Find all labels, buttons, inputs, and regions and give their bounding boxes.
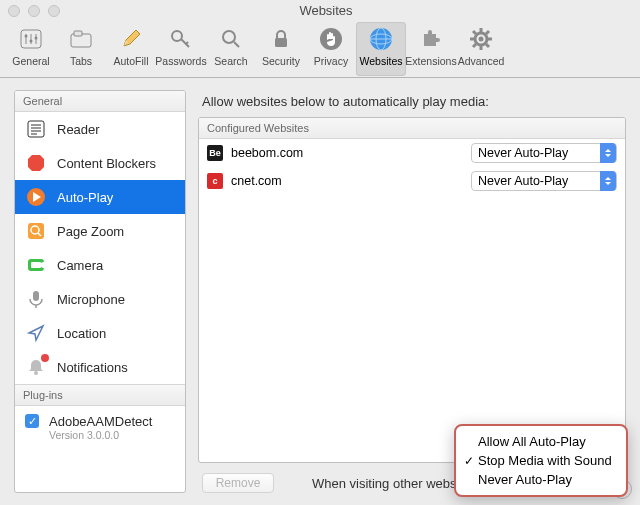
site-domain: beebom.com <box>231 146 471 160</box>
menu-item-stop-media-sound[interactable]: ✓ Stop Media with Sound <box>460 451 622 470</box>
svg-marker-37 <box>28 155 44 171</box>
svg-line-13 <box>186 42 188 44</box>
sidebar-item-auto-play[interactable]: Auto-Play <box>15 180 185 214</box>
sidebar-item-label: Camera <box>57 258 103 273</box>
sidebar-item-page-zoom[interactable]: Page Zoom <box>15 214 185 248</box>
other-websites-label: When visiting other websites <box>312 476 477 491</box>
menu-item-label: Stop Media with Sound <box>478 453 612 468</box>
checkmark-icon: ✓ <box>464 454 474 468</box>
toolbar-general[interactable]: General <box>6 22 56 76</box>
table-body: Be beebom.com Never Auto-Play c cnet.com… <box>199 139 625 462</box>
toolbar-label: Tabs <box>70 55 92 67</box>
stop-icon <box>25 152 47 174</box>
favicon-icon: c <box>207 173 223 189</box>
toolbar-label: General <box>12 55 49 67</box>
svg-point-4 <box>25 35 28 38</box>
sidebar-item-microphone[interactable]: Microphone <box>15 282 185 316</box>
svg-line-29 <box>486 44 489 47</box>
sidebar-item-label: Auto-Play <box>57 190 113 205</box>
remove-button[interactable]: Remove <box>202 473 274 493</box>
window-title: Websites <box>20 3 632 18</box>
svg-rect-44 <box>31 262 41 268</box>
svg-rect-8 <box>74 31 82 36</box>
close-window-icon[interactable] <box>8 5 20 17</box>
sidebar-header-general: General <box>15 91 185 112</box>
location-icon <box>25 322 47 344</box>
sidebar-item-label: Content Blockers <box>57 156 156 171</box>
policy-select[interactable]: Never Auto-Play <box>471 171 617 191</box>
sidebar-item-camera[interactable]: Camera <box>15 248 185 282</box>
search-icon <box>216 24 246 54</box>
autoplay-policy-menu: Allow All Auto-Play ✓ Stop Media with So… <box>454 424 628 497</box>
stepper-arrows-icon <box>600 171 616 191</box>
svg-rect-32 <box>28 121 44 137</box>
sidebar-item-label: Location <box>57 326 106 341</box>
sidebar-item-plugin[interactable]: ✓ AdobeAAMDetect Version 3.0.0.0 <box>15 406 185 447</box>
sidebar-item-content-blockers[interactable]: Content Blockers <box>15 146 185 180</box>
svg-line-15 <box>234 42 239 47</box>
svg-marker-48 <box>29 326 43 340</box>
policy-value: Never Auto-Play <box>478 174 568 188</box>
lock-icon <box>266 24 296 54</box>
toolbar-extensions[interactable]: Extensions <box>406 22 456 76</box>
toolbar-autofill[interactable]: AutoFill <box>106 22 156 76</box>
toolbar-security[interactable]: Security <box>256 22 306 76</box>
checkbox-checked-icon[interactable]: ✓ <box>25 414 39 428</box>
menu-item-never[interactable]: Never Auto-Play <box>460 470 622 489</box>
table-row[interactable]: Be beebom.com Never Auto-Play <box>199 139 625 167</box>
policy-select[interactable]: Never Auto-Play <box>471 143 617 163</box>
table-row[interactable]: c cnet.com Never Auto-Play <box>199 167 625 195</box>
titlebar: Websites <box>0 0 640 20</box>
svg-point-6 <box>35 37 38 40</box>
toolbar-label: Extensions <box>405 55 456 67</box>
toolbar-label: Privacy <box>314 55 348 67</box>
sidebar-item-label: Reader <box>57 122 100 137</box>
stepper-arrows-icon <box>600 143 616 163</box>
sidebar-item-reader[interactable]: Reader <box>15 112 185 146</box>
toolbar-search[interactable]: Search <box>206 22 256 76</box>
toolbar-advanced[interactable]: Advanced <box>456 22 506 76</box>
svg-rect-46 <box>33 291 39 301</box>
toolbar-label: Search <box>214 55 247 67</box>
globe-icon <box>366 24 396 54</box>
sidebar-header-plugins: Plug-ins <box>15 384 185 406</box>
plugin-text: AdobeAAMDetect Version 3.0.0.0 <box>49 414 152 441</box>
notification-badge-icon <box>41 354 49 362</box>
gear-icon <box>466 24 496 54</box>
key-icon <box>166 24 196 54</box>
toolbar-websites[interactable]: Websites <box>356 22 406 76</box>
switches-icon <box>16 24 46 54</box>
toolbar-label: Passwords <box>155 55 206 67</box>
sidebar-item-location[interactable]: Location <box>15 316 185 350</box>
toolbar-tabs[interactable]: Tabs <box>56 22 106 76</box>
reader-icon <box>25 118 47 140</box>
svg-point-14 <box>223 31 235 43</box>
configured-websites-table: Configured Websites Be beebom.com Never … <box>198 117 626 463</box>
table-header: Configured Websites <box>199 118 625 139</box>
toolbar-label: AutoFill <box>113 55 148 67</box>
menu-item-label: Never Auto-Play <box>478 472 572 487</box>
preferences-toolbar: General Tabs AutoFill Passwords Search S… <box>0 20 640 78</box>
svg-line-31 <box>486 31 489 34</box>
microphone-icon <box>25 288 47 310</box>
pencil-icon <box>116 24 146 54</box>
toolbar-label: Websites <box>360 55 403 67</box>
hand-icon <box>316 24 346 54</box>
camera-icon <box>25 254 47 276</box>
svg-point-49 <box>34 371 38 375</box>
svg-line-30 <box>473 44 476 47</box>
plugin-label: AdobeAAMDetect <box>49 414 152 429</box>
sidebar: General Reader Content Blockers Auto-Pla… <box>14 90 186 493</box>
svg-point-5 <box>30 40 33 43</box>
toolbar-label: Advanced <box>458 55 505 67</box>
toolbar-passwords[interactable]: Passwords <box>156 22 206 76</box>
menu-item-allow-all[interactable]: Allow All Auto-Play <box>460 432 622 451</box>
toolbar-privacy[interactable]: Privacy <box>306 22 356 76</box>
sidebar-item-label: Page Zoom <box>57 224 124 239</box>
favicon-icon: Be <box>207 145 223 161</box>
bell-icon <box>25 356 47 378</box>
sidebar-item-notifications[interactable]: Notifications <box>15 350 185 384</box>
site-domain: cnet.com <box>231 174 471 188</box>
sidebar-item-label: Notifications <box>57 360 128 375</box>
menu-item-label: Allow All Auto-Play <box>478 434 586 449</box>
